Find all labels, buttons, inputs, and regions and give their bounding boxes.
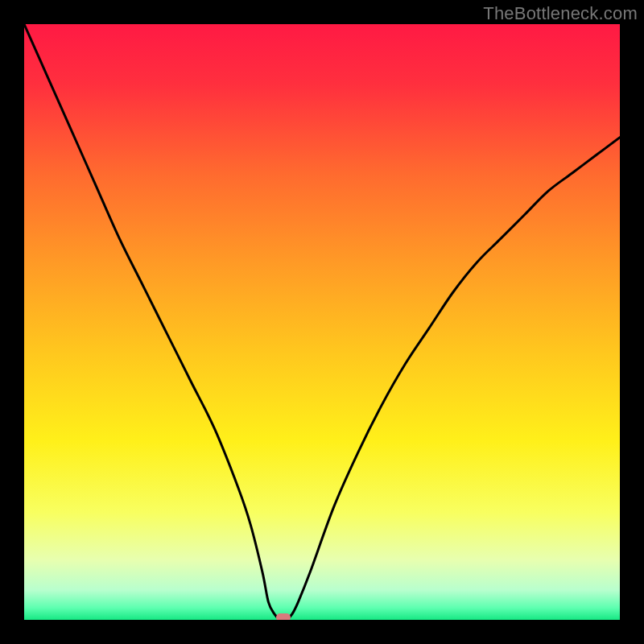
watermark-text: TheBottleneck.com xyxy=(483,3,638,24)
plot-area xyxy=(24,24,620,620)
chart-frame: TheBottleneck.com xyxy=(0,0,644,644)
bottleneck-curve xyxy=(24,24,620,620)
optimal-point-marker xyxy=(276,613,291,620)
